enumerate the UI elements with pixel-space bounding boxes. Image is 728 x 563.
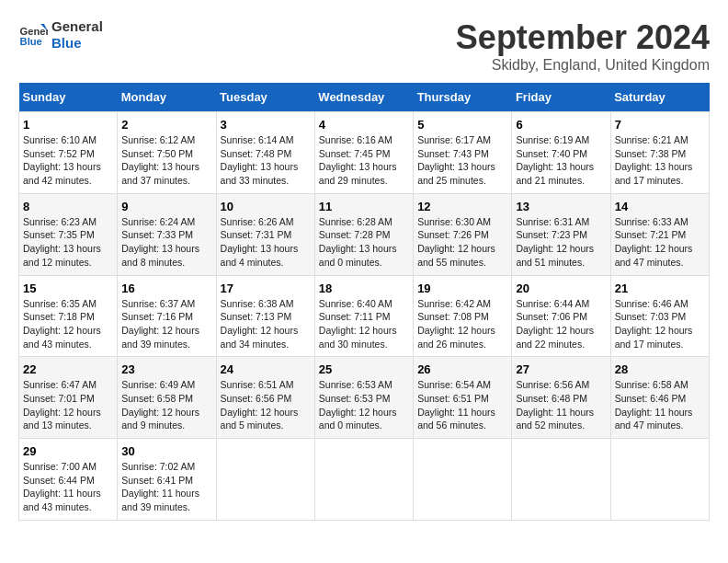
logo: General Blue General Blue bbox=[18, 18, 103, 52]
header-sunday: Sunday bbox=[19, 83, 118, 112]
cell-info: Sunrise: 6:40 AMSunset: 7:11 PMDaylight:… bbox=[319, 297, 409, 351]
calendar-cell: 13Sunrise: 6:31 AMSunset: 7:23 PMDayligh… bbox=[512, 193, 610, 275]
cell-info: Sunrise: 6:51 AMSunset: 6:56 PMDaylight:… bbox=[221, 378, 311, 432]
svg-text:General: General bbox=[20, 26, 48, 37]
calendar-cell: 5Sunrise: 6:17 AMSunset: 7:43 PMDaylight… bbox=[414, 112, 512, 194]
cell-info: Sunrise: 6:19 AMSunset: 7:40 PMDaylight:… bbox=[516, 133, 606, 188]
header: General Blue General Blue September 2024… bbox=[18, 18, 710, 74]
calendar-cell: 21Sunrise: 6:46 AMSunset: 7:03 PMDayligh… bbox=[610, 275, 709, 357]
day-number: 17 bbox=[221, 282, 311, 295]
calendar-cell: 18Sunrise: 6:40 AMSunset: 7:11 PMDayligh… bbox=[314, 275, 413, 357]
day-number: 9 bbox=[121, 200, 211, 213]
day-number: 12 bbox=[417, 200, 507, 213]
calendar-cell: 6Sunrise: 6:19 AMSunset: 7:40 PMDaylight… bbox=[512, 112, 610, 194]
calendar-cell: 30Sunrise: 7:02 AMSunset: 6:41 PMDayligh… bbox=[118, 439, 216, 521]
calendar-cell: 10Sunrise: 6:26 AMSunset: 7:31 PMDayligh… bbox=[216, 193, 314, 275]
cell-info: Sunrise: 6:47 AMSunset: 7:01 PMDaylight:… bbox=[23, 378, 113, 432]
cell-info: Sunrise: 6:21 AMSunset: 7:38 PMDaylight:… bbox=[615, 133, 705, 188]
calendar-cell: 15Sunrise: 6:35 AMSunset: 7:18 PMDayligh… bbox=[19, 275, 118, 357]
day-number: 23 bbox=[121, 362, 211, 376]
day-number: 29 bbox=[23, 444, 113, 458]
day-number: 24 bbox=[221, 362, 311, 376]
day-number: 10 bbox=[221, 200, 311, 213]
calendar-cell: 23Sunrise: 6:49 AMSunset: 6:58 PMDayligh… bbox=[118, 357, 216, 439]
day-number: 16 bbox=[121, 282, 211, 295]
day-number: 3 bbox=[221, 118, 311, 132]
cell-info: Sunrise: 6:33 AMSunset: 7:21 PMDaylight:… bbox=[615, 215, 705, 270]
day-number: 15 bbox=[23, 282, 113, 295]
cell-info: Sunrise: 6:53 AMSunset: 6:53 PMDaylight:… bbox=[319, 378, 409, 432]
calendar-cell: 3Sunrise: 6:14 AMSunset: 7:48 PMDaylight… bbox=[216, 112, 314, 194]
day-number: 5 bbox=[417, 118, 507, 132]
header-tuesday: Tuesday bbox=[216, 83, 314, 112]
week-row-2: 8Sunrise: 6:23 AMSunset: 7:35 PMDaylight… bbox=[19, 193, 710, 275]
cell-info: Sunrise: 6:38 AMSunset: 7:13 PMDaylight:… bbox=[221, 297, 311, 351]
calendar-cell: 2Sunrise: 6:12 AMSunset: 7:50 PMDaylight… bbox=[118, 112, 216, 194]
day-number: 7 bbox=[615, 118, 705, 132]
cell-info: Sunrise: 6:26 AMSunset: 7:31 PMDaylight:… bbox=[221, 215, 311, 270]
cell-info: Sunrise: 6:17 AMSunset: 7:43 PMDaylight:… bbox=[417, 133, 507, 188]
svg-text:Blue: Blue bbox=[20, 36, 42, 47]
logo-line1: General bbox=[51, 18, 103, 35]
day-number: 27 bbox=[516, 362, 606, 376]
calendar-cell: 20Sunrise: 6:44 AMSunset: 7:06 PMDayligh… bbox=[512, 275, 610, 357]
cell-info: Sunrise: 6:16 AMSunset: 7:45 PMDaylight:… bbox=[319, 133, 409, 188]
week-row-1: 1Sunrise: 6:10 AMSunset: 7:52 PMDaylight… bbox=[19, 112, 710, 194]
week-row-3: 15Sunrise: 6:35 AMSunset: 7:18 PMDayligh… bbox=[19, 275, 710, 357]
cell-info: Sunrise: 6:10 AMSunset: 7:52 PMDaylight:… bbox=[23, 133, 113, 188]
day-number: 6 bbox=[516, 118, 606, 132]
day-number: 18 bbox=[319, 282, 409, 295]
calendar-cell: 7Sunrise: 6:21 AMSunset: 7:38 PMDaylight… bbox=[610, 112, 709, 194]
week-row-4: 22Sunrise: 6:47 AMSunset: 7:01 PMDayligh… bbox=[19, 357, 710, 439]
header-saturday: Saturday bbox=[610, 83, 709, 112]
cell-info: Sunrise: 6:30 AMSunset: 7:26 PMDaylight:… bbox=[417, 215, 507, 270]
month-title: September 2024 bbox=[456, 18, 710, 57]
header-row: SundayMondayTuesdayWednesdayThursdayFrid… bbox=[19, 83, 710, 112]
cell-info: Sunrise: 6:58 AMSunset: 6:46 PMDaylight:… bbox=[615, 378, 705, 432]
day-number: 14 bbox=[615, 200, 705, 213]
day-number: 22 bbox=[23, 362, 113, 376]
calendar-cell bbox=[414, 439, 512, 521]
header-wednesday: Wednesday bbox=[314, 83, 413, 112]
day-number: 13 bbox=[516, 200, 606, 213]
day-number: 4 bbox=[319, 118, 409, 132]
calendar-cell bbox=[314, 439, 413, 521]
header-thursday: Thursday bbox=[414, 83, 512, 112]
day-number: 25 bbox=[319, 362, 409, 376]
calendar-cell: 11Sunrise: 6:28 AMSunset: 7:28 PMDayligh… bbox=[314, 193, 413, 275]
day-number: 28 bbox=[615, 362, 705, 376]
calendar-cell: 24Sunrise: 6:51 AMSunset: 6:56 PMDayligh… bbox=[216, 357, 314, 439]
header-monday: Monday bbox=[118, 83, 216, 112]
cell-info: Sunrise: 6:54 AMSunset: 6:51 PMDaylight:… bbox=[417, 378, 507, 432]
cell-info: Sunrise: 6:31 AMSunset: 7:23 PMDaylight:… bbox=[516, 215, 606, 270]
calendar-table: SundayMondayTuesdayWednesdayThursdayFrid… bbox=[18, 83, 710, 521]
cell-info: Sunrise: 6:49 AMSunset: 6:58 PMDaylight:… bbox=[121, 378, 211, 432]
title-area: September 2024 Skidby, England, United K… bbox=[456, 18, 710, 74]
day-number: 2 bbox=[121, 118, 211, 132]
day-number: 20 bbox=[516, 282, 606, 295]
logo-line2: Blue bbox=[51, 35, 103, 52]
calendar-cell: 17Sunrise: 6:38 AMSunset: 7:13 PMDayligh… bbox=[216, 275, 314, 357]
cell-info: Sunrise: 6:28 AMSunset: 7:28 PMDaylight:… bbox=[319, 215, 409, 270]
cell-info: Sunrise: 6:46 AMSunset: 7:03 PMDaylight:… bbox=[615, 297, 705, 351]
day-number: 30 bbox=[121, 444, 211, 458]
cell-info: Sunrise: 7:02 AMSunset: 6:41 PMDaylight:… bbox=[121, 460, 211, 514]
calendar-cell: 22Sunrise: 6:47 AMSunset: 7:01 PMDayligh… bbox=[19, 357, 118, 439]
location: Skidby, England, United Kingdom bbox=[456, 57, 710, 74]
day-number: 19 bbox=[417, 282, 507, 295]
cell-info: Sunrise: 7:00 AMSunset: 6:44 PMDaylight:… bbox=[23, 460, 113, 514]
cell-info: Sunrise: 6:35 AMSunset: 7:18 PMDaylight:… bbox=[23, 297, 113, 351]
calendar-cell: 1Sunrise: 6:10 AMSunset: 7:52 PMDaylight… bbox=[19, 112, 118, 194]
cell-info: Sunrise: 6:37 AMSunset: 7:16 PMDaylight:… bbox=[121, 297, 211, 351]
cell-info: Sunrise: 6:56 AMSunset: 6:48 PMDaylight:… bbox=[516, 378, 606, 432]
day-number: 21 bbox=[615, 282, 705, 295]
calendar-cell: 19Sunrise: 6:42 AMSunset: 7:08 PMDayligh… bbox=[414, 275, 512, 357]
week-row-5: 29Sunrise: 7:00 AMSunset: 6:44 PMDayligh… bbox=[19, 439, 710, 521]
calendar-cell: 16Sunrise: 6:37 AMSunset: 7:16 PMDayligh… bbox=[118, 275, 216, 357]
calendar-cell bbox=[512, 439, 610, 521]
calendar-cell bbox=[610, 439, 709, 521]
calendar-cell: 26Sunrise: 6:54 AMSunset: 6:51 PMDayligh… bbox=[414, 357, 512, 439]
calendar-cell: 28Sunrise: 6:58 AMSunset: 6:46 PMDayligh… bbox=[610, 357, 709, 439]
cell-info: Sunrise: 6:24 AMSunset: 7:33 PMDaylight:… bbox=[121, 215, 211, 270]
day-number: 1 bbox=[23, 118, 113, 132]
